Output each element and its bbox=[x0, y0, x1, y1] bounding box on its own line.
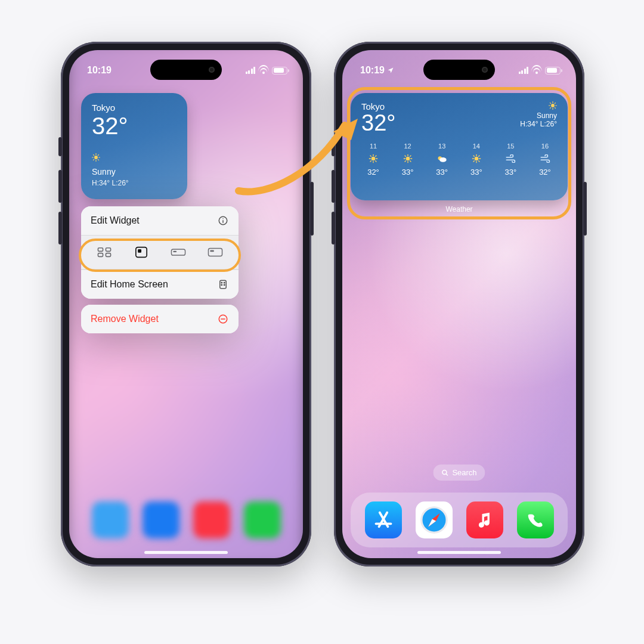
location-icon bbox=[387, 67, 394, 74]
svg-point-47 bbox=[405, 157, 410, 161]
svg-line-34 bbox=[550, 103, 550, 103]
weather-temp: 32° bbox=[92, 114, 177, 138]
svg-point-58 bbox=[474, 157, 478, 161]
svg-point-25 bbox=[221, 284, 222, 286]
battery-icon bbox=[545, 67, 561, 75]
svg-line-46 bbox=[376, 156, 376, 156]
menu-edit-home-screen[interactable]: Edit Home Screen bbox=[81, 270, 239, 299]
app-store-icon bbox=[371, 508, 395, 532]
status-time: 10:19 bbox=[87, 65, 112, 76]
svg-line-63 bbox=[473, 156, 474, 156]
remove-icon bbox=[217, 313, 229, 325]
svg-rect-16 bbox=[136, 247, 147, 258]
svg-point-38 bbox=[371, 157, 376, 161]
dynamic-island bbox=[423, 60, 495, 80]
phone-left: 10:19 Tokyo 32° Sunny H:34° L:26° bbox=[61, 42, 311, 566]
info-icon bbox=[217, 215, 229, 227]
svg-line-36 bbox=[550, 107, 550, 108]
menu-edit-widget[interactable]: Edit Widget bbox=[81, 206, 239, 235]
search-icon bbox=[441, 469, 448, 476]
svg-line-55 bbox=[410, 156, 410, 156]
svg-rect-21 bbox=[210, 250, 214, 252]
app-app-store[interactable] bbox=[365, 501, 402, 538]
svg-point-57 bbox=[439, 157, 447, 162]
svg-point-11 bbox=[222, 218, 224, 219]
svg-line-68 bbox=[446, 473, 448, 475]
weather-temp: 32° bbox=[361, 112, 395, 134]
svg-point-23 bbox=[221, 282, 222, 283]
svg-line-35 bbox=[555, 107, 555, 108]
phone-icon bbox=[525, 509, 546, 531]
svg-line-65 bbox=[473, 161, 474, 162]
hourly-slot: 1632° bbox=[533, 143, 557, 177]
weather-widget-medium[interactable]: Tokyo 32° Sunny H:34° L:26° 1132°1233°13… bbox=[351, 93, 568, 200]
size-option-medium-thin[interactable] bbox=[160, 242, 197, 263]
svg-rect-19 bbox=[173, 251, 177, 252]
dynamic-island bbox=[150, 60, 222, 80]
svg-point-29 bbox=[551, 104, 555, 107]
svg-line-8 bbox=[98, 154, 98, 155]
svg-line-7 bbox=[93, 159, 94, 160]
svg-line-45 bbox=[370, 161, 371, 162]
svg-line-37 bbox=[555, 103, 555, 103]
music-icon bbox=[474, 509, 496, 531]
battery-icon bbox=[272, 67, 287, 75]
svg-line-6 bbox=[98, 159, 98, 160]
weather-hilo: H:34° L:26° bbox=[92, 179, 177, 187]
spotlight-search[interactable]: Search bbox=[433, 465, 485, 481]
dock bbox=[351, 493, 568, 547]
svg-line-43 bbox=[370, 156, 371, 156]
dock-blurred bbox=[78, 493, 295, 547]
widget-label: Weather bbox=[342, 205, 576, 213]
cellular-icon bbox=[246, 67, 256, 74]
weather-city: Tokyo bbox=[92, 103, 177, 113]
app-phone[interactable] bbox=[517, 501, 554, 538]
weather-hilo: H:34° L:26° bbox=[520, 120, 557, 128]
svg-rect-20 bbox=[208, 249, 222, 256]
status-time: 10:19 bbox=[360, 65, 394, 76]
widget-size-picker bbox=[81, 235, 239, 270]
size-option-medium[interactable] bbox=[197, 242, 234, 263]
svg-rect-15 bbox=[106, 253, 110, 257]
svg-line-44 bbox=[376, 161, 376, 162]
svg-rect-18 bbox=[171, 249, 185, 255]
app-safari[interactable] bbox=[416, 501, 453, 538]
svg-line-5 bbox=[93, 154, 94, 155]
wifi-icon bbox=[259, 67, 268, 74]
svg-point-67 bbox=[442, 470, 447, 474]
svg-rect-12 bbox=[98, 248, 103, 252]
hourly-slot: 1533° bbox=[499, 143, 522, 177]
apps-icon bbox=[217, 278, 229, 290]
menu-remove-widget[interactable]: Remove Widget bbox=[81, 305, 239, 333]
sun-icon bbox=[92, 153, 177, 163]
svg-line-54 bbox=[405, 161, 405, 162]
svg-point-0 bbox=[94, 156, 98, 159]
phone-right: 10:19 Tokyo 32° bbox=[334, 42, 584, 566]
svg-point-24 bbox=[224, 282, 225, 283]
app-music[interactable] bbox=[466, 501, 503, 538]
svg-line-64 bbox=[478, 161, 479, 162]
cellular-icon bbox=[519, 67, 529, 74]
hourly-slot: 1333° bbox=[430, 143, 454, 177]
svg-rect-13 bbox=[106, 248, 110, 252]
hourly-slot: 1433° bbox=[465, 143, 488, 177]
svg-line-52 bbox=[405, 156, 405, 156]
size-option-small[interactable] bbox=[123, 242, 160, 263]
svg-line-53 bbox=[410, 161, 410, 162]
widget-context-menu: Edit Widget bbox=[81, 206, 239, 333]
home-indicator[interactable] bbox=[144, 551, 228, 554]
svg-point-26 bbox=[224, 284, 225, 286]
weather-condition: Sunny bbox=[92, 167, 116, 177]
weather-hourly-row: 1132°1233°1333°1433°1533°1632° bbox=[361, 143, 557, 177]
svg-rect-17 bbox=[138, 249, 141, 253]
weather-widget-small[interactable]: Tokyo 32° Sunny H:34° L:26° bbox=[81, 93, 187, 199]
home-indicator[interactable] bbox=[417, 551, 501, 554]
wifi-icon bbox=[532, 67, 541, 74]
size-option-app-grid[interactable] bbox=[86, 242, 123, 263]
hourly-slot: 1233° bbox=[396, 143, 420, 177]
svg-rect-14 bbox=[98, 253, 103, 257]
svg-line-66 bbox=[478, 156, 479, 156]
safari-icon bbox=[419, 504, 450, 535]
weather-condition: Sunny bbox=[520, 112, 557, 120]
svg-rect-22 bbox=[220, 280, 227, 289]
